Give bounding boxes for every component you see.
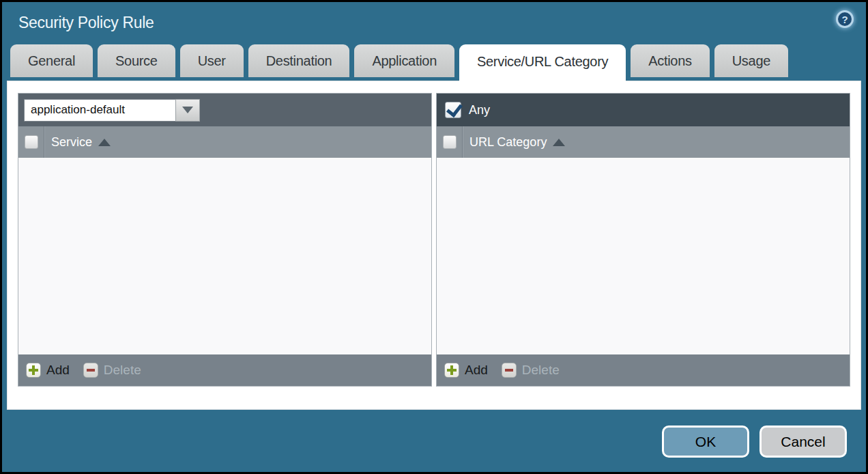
url-category-delete-button[interactable]: Delete — [502, 363, 560, 378]
service-type-selected-value[interactable]: application-default — [24, 99, 175, 122]
ok-button[interactable]: OK — [662, 426, 749, 458]
url-category-select-all-checkbox[interactable] — [443, 135, 457, 149]
any-checkbox[interactable] — [445, 102, 461, 118]
service-grid-header: Service — [18, 126, 431, 158]
url-category-panel: Any URL Category Add Delete — [436, 93, 850, 387]
tab-application[interactable]: Application — [354, 44, 454, 77]
help-icon[interactable]: ? — [836, 10, 854, 28]
tab-service-url-category[interactable]: Service/URL Category — [459, 44, 626, 81]
service-grid-body[interactable] — [18, 158, 431, 354]
title-bar: Security Policy Rule ? — [2, 2, 866, 43]
tab-content-body: application-default Service Add — [7, 81, 861, 410]
url-category-grid-footer: Add Delete — [437, 354, 850, 386]
sort-ascending-icon[interactable] — [98, 139, 111, 146]
service-add-button[interactable]: Add — [26, 363, 70, 378]
tab-general[interactable]: General — [10, 44, 93, 77]
tab-actions[interactable]: Actions — [631, 44, 710, 77]
delete-minus-icon — [83, 363, 98, 378]
tab-bar: General Source User Destination Applicat… — [2, 43, 866, 81]
delete-minus-icon — [502, 363, 517, 378]
service-column-header[interactable]: Service — [51, 135, 92, 150]
tab-user[interactable]: User — [180, 44, 244, 77]
url-category-column-header[interactable]: URL Category — [469, 135, 547, 150]
tab-usage[interactable]: Usage — [714, 44, 788, 77]
any-label: Any — [469, 103, 490, 117]
url-category-any-bar: Any — [437, 94, 850, 126]
add-plus-icon — [26, 363, 41, 378]
caret-down-icon — [182, 107, 193, 113]
service-grid-footer: Add Delete — [18, 354, 431, 386]
url-category-grid-body[interactable] — [437, 158, 850, 354]
add-plus-icon — [444, 363, 459, 378]
service-panel-toolbar: application-default — [18, 94, 431, 126]
cancel-button[interactable]: Cancel — [760, 426, 847, 458]
service-delete-button[interactable]: Delete — [83, 363, 141, 378]
url-category-select-all-cell — [437, 126, 463, 158]
service-type-select[interactable]: application-default — [24, 99, 200, 122]
url-category-add-button[interactable]: Add — [444, 363, 488, 378]
service-select-all-checkbox[interactable] — [25, 135, 38, 149]
url-category-grid-header: URL Category — [437, 126, 850, 158]
service-panel: application-default Service Add — [18, 93, 432, 387]
service-select-all-cell — [18, 126, 44, 158]
tab-destination[interactable]: Destination — [248, 44, 350, 77]
sort-ascending-icon[interactable] — [553, 139, 565, 146]
dialog-action-buttons: OK Cancel — [662, 426, 847, 458]
dialog-title: Security Policy Rule — [18, 14, 154, 32]
tab-source[interactable]: Source — [98, 44, 175, 77]
security-policy-rule-dialog: Security Policy Rule ? General Source Us… — [0, 0, 868, 474]
service-type-dropdown-button[interactable] — [175, 99, 200, 122]
